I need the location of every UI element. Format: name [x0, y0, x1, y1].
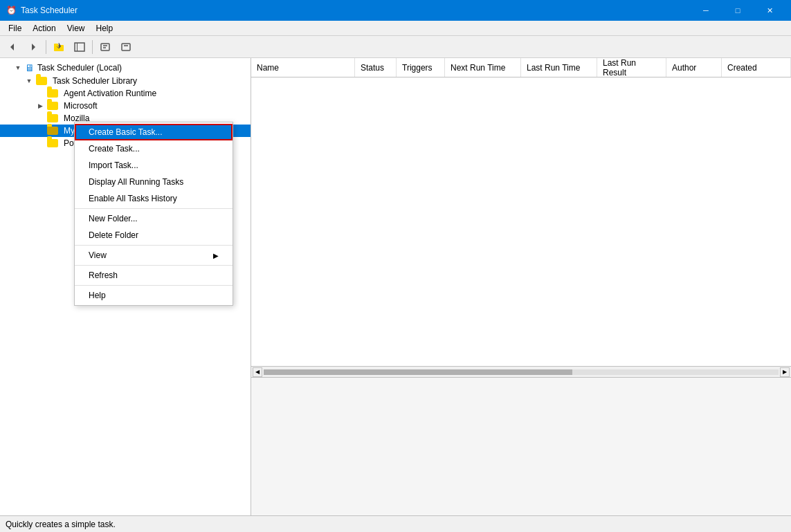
expand-arrow-library: ▼ [25, 77, 33, 85]
toolbar-sep-2 [92, 40, 93, 54]
window-controls: ─ □ ✕ [690, 0, 785, 21]
ctx-create-basic-task[interactable]: Create Basic Task... [75, 124, 233, 140]
col-last-result[interactable]: Last Run Result [597, 58, 666, 77]
ctx-enable-history[interactable]: Enable All Tasks History [75, 190, 233, 207]
table-header: Name Status Triggers Next Run Time Last … [251, 58, 791, 77]
ctx-delete-folder-label: Delete Folder [89, 230, 138, 240]
myscripts-folder-icon [47, 127, 58, 135]
col-triggers[interactable]: Triggers [397, 58, 445, 77]
tree-library-label: Task Scheduler Library [53, 76, 137, 86]
status-text: Quickly creates a simple task. [6, 520, 116, 529]
svg-rect-7 [101, 44, 109, 51]
microsoft-folder-icon [47, 102, 58, 110]
powertoys-folder-icon [47, 139, 58, 147]
title-bar: ⏰ Task Scheduler ─ □ ✕ [0, 0, 791, 21]
menu-file[interactable]: File [3, 22, 27, 35]
ctx-delete-folder[interactable]: Delete Folder [75, 227, 233, 244]
menu-help[interactable]: Help [91, 22, 119, 35]
ctx-view-label: View [89, 250, 107, 260]
ctx-refresh[interactable]: Refresh [75, 267, 233, 284]
ctx-refresh-label: Refresh [89, 270, 118, 280]
ctx-import-task-label: Import Task... [89, 160, 138, 170]
tree-root[interactable]: ▼ 🖥 Task Scheduler (Local) [0, 61, 251, 75]
col-status[interactable]: Status [355, 58, 397, 77]
ctx-help-label: Help [89, 291, 106, 300]
toolbar-help[interactable] [116, 39, 136, 55]
toolbar-sep-1 [46, 40, 46, 54]
ctx-help[interactable]: Help [75, 287, 233, 304]
ctx-create-task-label: Create Task... [89, 144, 140, 154]
col-name[interactable]: Name [251, 58, 355, 77]
context-menu: Create Basic Task... Create Task... Impo… [74, 122, 233, 306]
tree-item-microsoft-label: Microsoft [64, 101, 98, 111]
ctx-display-running-label: Display All Running Tasks [89, 177, 183, 187]
minimize-button[interactable]: ─ [690, 0, 722, 21]
toolbar-forward[interactable] [24, 39, 43, 55]
ctx-sep-3 [75, 265, 233, 266]
tree-library[interactable]: ▼ Task Scheduler Library [0, 75, 251, 87]
scroll-thumb [264, 369, 572, 375]
ctx-import-task[interactable]: Import Task... [75, 157, 233, 174]
col-next-run[interactable]: Next Run Time [445, 58, 521, 77]
col-created[interactable]: Created [722, 58, 791, 77]
scroll-right-arrow[interactable]: ▶ [780, 367, 790, 377]
toolbar-back[interactable] [3, 39, 22, 55]
app-icon: ⏰ [6, 5, 17, 16]
ctx-create-task[interactable]: Create Task... [75, 140, 233, 157]
library-folder-icon [36, 77, 47, 85]
svg-rect-6 [77, 43, 78, 51]
tree-root-label: Task Scheduler (Local) [37, 63, 122, 73]
toolbar-properties[interactable] [96, 39, 115, 55]
menu-bar: File Action View Help [0, 21, 791, 36]
svg-marker-1 [32, 44, 35, 51]
ctx-view-arrow: ▶ [213, 252, 219, 259]
maximize-button[interactable]: □ [722, 0, 754, 21]
close-button[interactable]: ✕ [754, 0, 785, 21]
menu-view[interactable]: View [62, 22, 91, 35]
col-author[interactable]: Author [666, 58, 722, 77]
status-bar: Quickly creates a simple task. [0, 515, 791, 532]
tree-item-microsoft[interactable]: ▶ Microsoft [0, 100, 251, 112]
ctx-new-folder-label: New Folder... [89, 214, 138, 223]
ctx-display-running[interactable]: Display All Running Tasks [75, 174, 233, 190]
ctx-view[interactable]: View ▶ [75, 247, 233, 264]
ctx-sep-4 [75, 285, 233, 286]
ctx-sep-2 [75, 245, 233, 246]
tree-item-agent-label: Agent Activation Runtime [64, 89, 156, 98]
svg-marker-0 [10, 44, 14, 51]
agent-folder-icon [47, 89, 58, 98]
actions-panel [251, 377, 791, 515]
svg-rect-5 [75, 43, 84, 51]
col-last-run[interactable]: Last Run Time [521, 58, 597, 77]
window-title: Task Scheduler [21, 6, 690, 15]
ctx-create-basic-task-label: Create Basic Task... [89, 127, 163, 137]
expand-arrow-microsoft: ▶ [36, 102, 44, 110]
scroll-track[interactable] [264, 369, 779, 375]
ctx-sep-1 [75, 208, 233, 209]
content-panel: Name Status Triggers Next Run Time Last … [251, 58, 791, 515]
computer-icon: 🖥 [25, 62, 35, 73]
svg-rect-10 [122, 44, 130, 51]
menu-action[interactable]: Action [27, 22, 61, 35]
tree-item-agent[interactable]: Agent Activation Runtime [0, 87, 251, 100]
svg-rect-3 [54, 44, 58, 46]
ctx-new-folder[interactable]: New Folder... [75, 210, 233, 227]
horizontal-scrollbar[interactable]: ◀ ▶ [251, 366, 791, 377]
mozilla-folder-icon [47, 114, 58, 122]
expand-arrow-root: ▼ [14, 64, 22, 72]
toolbar-show-hide-console[interactable] [70, 39, 89, 55]
toolbar-folder-up[interactable] [49, 39, 69, 55]
table-body [251, 77, 791, 366]
ctx-enable-history-label: Enable All Tasks History [89, 194, 177, 203]
toolbar [0, 36, 791, 58]
scroll-left-arrow[interactable]: ◀ [253, 367, 262, 377]
